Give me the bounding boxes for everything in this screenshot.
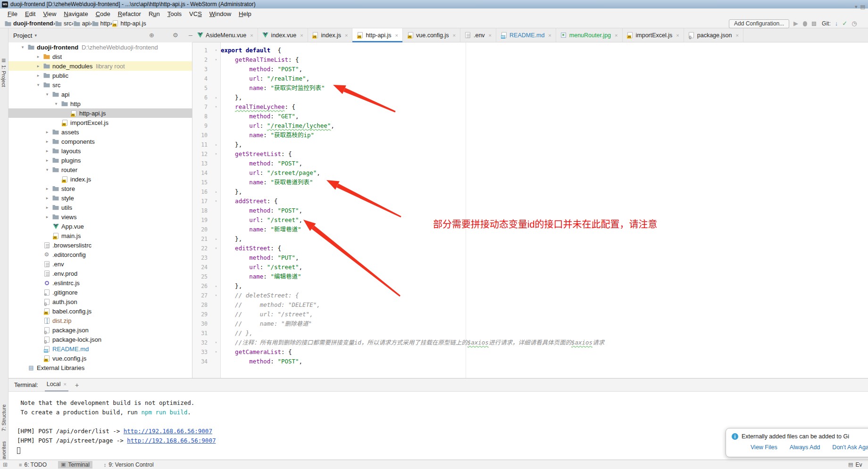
fold-icon[interactable]: ▾: [211, 347, 221, 357]
tab-index-vue[interactable]: index.vue×: [258, 28, 308, 42]
chevron-expanded-icon[interactable]: ▾: [35, 82, 41, 87]
notification-action-view-files[interactable]: View Files: [751, 444, 777, 451]
tree-item-dist[interactable]: ▸dist: [8, 52, 192, 61]
tree-item-main-js[interactable]: JSmain.js: [8, 231, 192, 240]
fold-icon[interactable]: ▾: [211, 149, 221, 159]
chevron-collapsed-icon[interactable]: ▸: [44, 214, 50, 219]
tree-item-env[interactable]: .env: [8, 259, 192, 269]
notification-action-don-t-ask-agai[interactable]: Don't Ask Agai: [832, 444, 868, 451]
breadcrumb-src[interactable]: src: [55, 20, 72, 27]
tab-importexcel-js[interactable]: JSimportExcel.js×: [623, 28, 684, 42]
close-icon[interactable]: ×: [676, 33, 679, 38]
run-icon[interactable]: ▶: [793, 19, 798, 28]
close-icon[interactable]: ×: [615, 33, 618, 38]
tab-overflow-icons[interactable]: ▾ ▤: [855, 4, 865, 10]
menu-item-window[interactable]: Window: [206, 9, 235, 18]
toolwindow-button-project[interactable]: 1: Project: [1, 65, 7, 87]
fold-icon[interactable]: ▴: [211, 93, 221, 102]
tab-menurouter-jpg[interactable]: menuRouter.jpg×: [556, 28, 623, 42]
terminal-tab-local[interactable]: Local×: [45, 378, 68, 392]
tab-readme-md[interactable]: MDREADME.md×: [496, 28, 556, 42]
tree-item-api[interactable]: ▾api: [8, 90, 192, 99]
tab-asidemenu-vue[interactable]: AsideMenu.vue×: [192, 28, 258, 42]
tree-item-index-js[interactable]: JSindex.js: [8, 174, 192, 184]
toolwindow-button-structure[interactable]: 7: Structure: [1, 404, 7, 431]
chevron-collapsed-icon[interactable]: ▸: [44, 205, 50, 210]
tree-item-node-modules[interactable]: ▸node_moduleslibrary root: [8, 61, 192, 71]
fold-icon[interactable]: ▴: [211, 140, 221, 149]
tree-item-utils[interactable]: ▸utils: [8, 203, 192, 212]
menu-item-view[interactable]: View: [39, 9, 60, 18]
tab-package-json[interactable]: {}package.json×: [684, 28, 743, 42]
fold-icon[interactable]: ▴: [211, 281, 221, 291]
tree-item-eslintrc-js[interactable]: .eslintrc.js: [8, 278, 192, 288]
close-icon[interactable]: ×: [64, 381, 67, 387]
history-clock-icon[interactable]: ◷: [851, 19, 857, 28]
tree-item-browserslistrc[interactable]: .browserslistrc: [8, 240, 192, 250]
close-icon[interactable]: ×: [300, 33, 303, 38]
tab-index-js[interactable]: JSindex.js×: [308, 28, 353, 42]
chevron-collapsed-icon[interactable]: ▸: [44, 196, 50, 200]
tree-item-views[interactable]: ▸views: [8, 212, 192, 222]
tree-item-layouts[interactable]: ▸layouts: [8, 146, 192, 156]
tab-vue-config-js[interactable]: JSvue.config.js×: [403, 28, 460, 42]
tree-item-duoji-frontend[interactable]: ▾duoji-frontendD:\zheheWeb\duoji-fronten…: [8, 42, 192, 52]
terminal-link[interactable]: http://192.168.66.56:9007: [124, 428, 212, 435]
close-icon[interactable]: ×: [489, 33, 492, 38]
fold-icon[interactable]: ▴: [211, 187, 221, 197]
fold-icon[interactable]: ▾: [211, 338, 221, 347]
gear-icon[interactable]: ⚙: [173, 32, 178, 39]
tree-item-components[interactable]: ▸components: [8, 137, 192, 146]
tree-item-http-api-js[interactable]: JShttp-api.js: [8, 108, 192, 118]
fold-icon[interactable]: ▾: [211, 291, 221, 300]
chevron-expanded-icon[interactable]: ▾: [44, 167, 50, 172]
chevron-collapsed-icon[interactable]: ▸: [44, 186, 50, 191]
tree-item-plugins[interactable]: ▸plugins: [8, 156, 192, 165]
new-terminal-icon[interactable]: +: [75, 381, 79, 389]
stop-icon[interactable]: [812, 22, 816, 26]
chevron-collapsed-icon[interactable]: ▸: [35, 54, 41, 59]
breadcrumb-api[interactable]: api: [74, 20, 90, 27]
menu-item-help[interactable]: Help: [235, 9, 255, 18]
menu-item-code[interactable]: Code: [92, 9, 114, 18]
close-icon[interactable]: ×: [735, 33, 738, 38]
tree-item-assets[interactable]: ▸assets: [8, 127, 192, 137]
tree-item-dist-zip[interactable]: dist.zip: [8, 316, 192, 325]
tab-http-api-js[interactable]: JShttp-api.js×: [352, 28, 403, 42]
chevron-expanded-icon[interactable]: ▾: [20, 45, 25, 49]
statusbar-terminal[interactable]: ▣Terminal: [58, 461, 92, 469]
tree-item-style[interactable]: ▸style: [8, 193, 192, 203]
tree-item-package-lock-json[interactable]: {}package-lock.json: [8, 335, 192, 344]
breadcrumb-http[interactable]: http: [92, 20, 110, 27]
chevron-expanded-icon[interactable]: ▾: [53, 101, 59, 106]
tree-item-store[interactable]: ▸store: [8, 184, 192, 193]
menu-item-file[interactable]: File: [4, 9, 21, 18]
tree-item-app-vue[interactable]: App.vue: [8, 222, 192, 231]
close-icon[interactable]: ×: [453, 33, 456, 38]
notification-action-always-add[interactable]: Always Add: [790, 444, 820, 451]
tree-item-editorconfig[interactable]: ⚙.editorconfig: [8, 250, 192, 259]
debug-icon[interactable]: [803, 21, 807, 26]
close-icon[interactable]: ×: [395, 33, 398, 38]
code-editor[interactable]: 1▾export default {2▾ getRealTimeList: {3…: [192, 42, 868, 378]
git-update-icon[interactable]: ↓: [835, 19, 838, 28]
tree-item-package-json[interactable]: {}package.json: [8, 325, 192, 335]
menu-item-vcs[interactable]: VCS: [185, 9, 206, 18]
tree-item-readme-md[interactable]: MDREADME.md: [8, 344, 192, 354]
menu-item-navigate[interactable]: Navigate: [60, 9, 92, 18]
event-log-widget[interactable]: ▤Ev: [848, 461, 862, 468]
add-configuration-button[interactable]: Add Configuration...: [729, 19, 789, 28]
chevron-collapsed-icon[interactable]: ▸: [44, 130, 50, 134]
tree-item-router[interactable]: ▾router: [8, 165, 192, 174]
git-commit-icon[interactable]: ✓: [842, 19, 847, 28]
tree-item-gitignore[interactable]: ⊘.gitignore: [8, 288, 192, 297]
chevron-collapsed-icon[interactable]: ▸: [35, 73, 41, 78]
tab-env[interactable]: .env×: [460, 28, 496, 42]
chevron-expanded-icon[interactable]: ▾: [44, 92, 50, 97]
tree-item-src[interactable]: ▾src: [8, 80, 192, 90]
menu-item-tools[interactable]: Tools: [164, 9, 185, 18]
fold-icon[interactable]: ▾: [211, 46, 221, 55]
chevron-collapsed-icon[interactable]: ▸: [35, 64, 41, 68]
project-panel-title[interactable]: Project: [13, 32, 32, 39]
statusbar-9-version-control[interactable]: ↕9: Version Control: [101, 461, 157, 469]
